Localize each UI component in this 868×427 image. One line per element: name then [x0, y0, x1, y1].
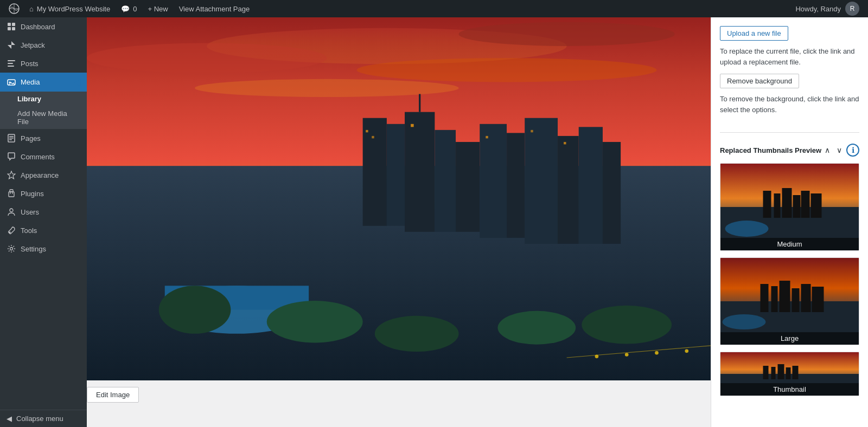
svg-point-76	[723, 314, 766, 329]
tools-icon	[7, 225, 16, 235]
svg-rect-8	[8, 66, 14, 67]
sidebar-item-comments[interactable]: Comments	[0, 147, 87, 166]
sidebar-item-pages[interactable]: Pages	[0, 129, 87, 147]
upload-section: Upload a new file To replace the current…	[720, 26, 859, 121]
sidebar: Dashboard Jetpack Posts Media ◀ Library	[0, 17, 87, 427]
thumbnails-collapse-up[interactable]: ∧	[822, 145, 832, 155]
svg-rect-61	[763, 191, 771, 218]
thumbnails-title: Replaced Thumbnails Preview	[720, 146, 821, 154]
collapse-icon: ◀	[7, 415, 12, 423]
main-image	[87, 17, 711, 380]
svg-rect-36	[525, 118, 558, 244]
svg-rect-75	[812, 287, 824, 312]
site-name-link[interactable]: ⌂ My WordPress Website	[24, 0, 116, 17]
svg-rect-7	[8, 63, 13, 64]
svg-rect-1	[8, 23, 11, 26]
avatar: R	[845, 2, 859, 16]
svg-point-50	[267, 301, 363, 342]
howdy-menu[interactable]: Howdy, Randy R	[791, 2, 864, 16]
svg-rect-62	[774, 193, 781, 218]
svg-rect-34	[480, 124, 507, 238]
sidebar-item-label: Appearance	[21, 171, 59, 179]
thumbnails-collapse-down[interactable]: ∨	[834, 145, 844, 155]
svg-rect-33	[456, 142, 480, 232]
svg-rect-12	[9, 136, 14, 137]
svg-rect-29	[363, 118, 387, 226]
sidebar-item-users[interactable]: Users	[0, 203, 87, 221]
dashboard-icon	[7, 22, 16, 31]
view-attachment-link[interactable]: View Attachment Page	[174, 0, 256, 17]
svg-point-67	[725, 221, 769, 237]
sidebar-item-appearance[interactable]: Appearance	[0, 166, 87, 184]
sidebar-item-label: Media	[21, 78, 40, 86]
upload-description: To replace the current file, click the l…	[720, 46, 859, 67]
svg-point-26	[459, 22, 675, 46]
sidebar-item-jetpack[interactable]: Jetpack	[0, 36, 87, 54]
svg-point-24	[357, 58, 657, 82]
svg-rect-66	[811, 193, 822, 218]
svg-rect-4	[12, 27, 15, 30]
wordpress-logo[interactable]	[4, 3, 24, 14]
svg-rect-2	[12, 23, 15, 26]
thumbnail-medium-image	[720, 164, 859, 250]
thumbnails-controls: ∧ ∨ ℹ	[822, 144, 859, 157]
sidebar-item-label: Plugins	[21, 190, 44, 198]
new-content-link[interactable]: + New	[142, 0, 173, 17]
sidebar-sub-library[interactable]: Library	[0, 92, 87, 106]
svg-rect-70	[761, 284, 769, 312]
svg-point-49	[159, 286, 231, 333]
svg-rect-32	[435, 130, 456, 232]
upload-new-file-button[interactable]: Upload a new file	[720, 26, 788, 41]
users-icon	[7, 207, 16, 217]
sidebar-item-tools[interactable]: Tools	[0, 221, 87, 240]
svg-point-56	[625, 353, 629, 357]
svg-point-25	[87, 43, 327, 73]
svg-rect-45	[531, 130, 533, 132]
svg-point-53	[582, 306, 672, 344]
comments-link[interactable]: 💬 0	[116, 0, 142, 17]
svg-point-55	[595, 355, 599, 359]
svg-rect-64	[793, 195, 801, 218]
svg-rect-35	[507, 133, 525, 238]
sidebar-item-label: Pages	[21, 134, 41, 143]
thumbnail-small-label: Thumbnail	[720, 383, 859, 396]
svg-rect-46	[564, 142, 566, 144]
svg-rect-37	[558, 136, 579, 244]
svg-rect-44	[486, 136, 488, 138]
thumbnail-large-label: Large	[720, 332, 859, 345]
edit-image-button[interactable]: Edit Image	[87, 387, 139, 403]
svg-marker-5	[8, 41, 15, 49]
collapse-menu-btn[interactable]: ◀ Collapse menu	[0, 410, 87, 427]
sidebar-item-dashboard[interactable]: Dashboard	[0, 17, 87, 36]
sidebar-item-label: Settings	[21, 245, 46, 253]
remove-background-button[interactable]: Remove background	[720, 74, 799, 88]
sidebar-item-settings[interactable]: Settings	[0, 240, 87, 258]
sidebar-sub-add-new[interactable]: Add New Media File	[0, 106, 87, 129]
sidebar-item-plugins[interactable]: Plugins	[0, 184, 87, 203]
svg-rect-80	[771, 367, 776, 379]
comments-sidebar-icon	[7, 152, 16, 161]
sidebar-item-label: Comments	[21, 153, 55, 161]
admin-bar: ⌂ My WordPress Website 💬 0 + New View At…	[0, 0, 868, 17]
svg-rect-13	[9, 138, 14, 139]
svg-rect-83	[793, 366, 799, 379]
svg-rect-42	[372, 136, 374, 138]
svg-rect-14	[9, 139, 12, 140]
svg-point-20	[9, 232, 10, 233]
chevron-right-icon: ◀	[74, 77, 80, 87]
home-icon: ⌂	[29, 5, 34, 13]
sidebar-item-media[interactable]: Media ◀	[0, 73, 87, 92]
sidebar-item-label: Posts	[21, 60, 39, 68]
svg-point-52	[497, 311, 576, 345]
svg-rect-63	[782, 188, 792, 218]
svg-rect-82	[786, 367, 791, 379]
thumbnails-expand-button[interactable]: ℹ	[846, 144, 859, 157]
comment-icon: 💬	[121, 5, 130, 13]
svg-rect-81	[778, 364, 784, 379]
svg-rect-39	[603, 142, 621, 244]
svg-rect-65	[801, 191, 810, 218]
sidebar-item-posts[interactable]: Posts	[0, 54, 87, 73]
svg-rect-41	[366, 130, 368, 132]
thumbnail-large-card: Large	[720, 257, 859, 345]
svg-point-51	[375, 316, 459, 352]
